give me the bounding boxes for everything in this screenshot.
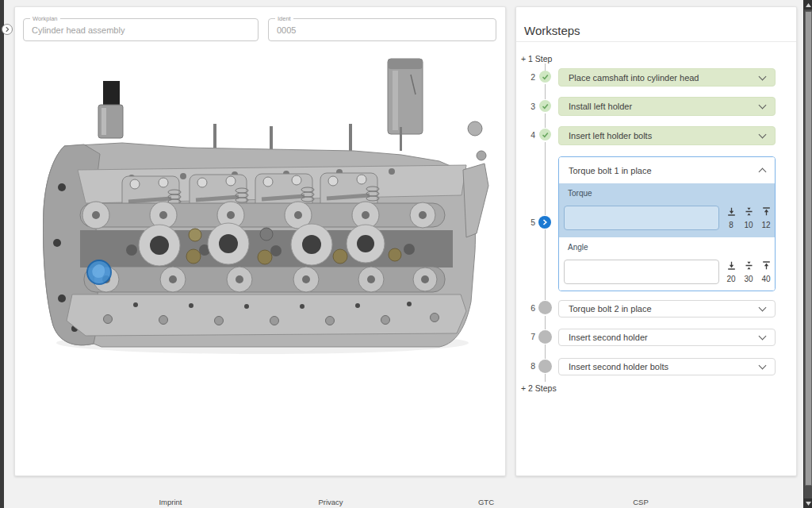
torque-min: 8 — [722, 206, 741, 230]
step-number: 4 — [519, 130, 535, 140]
cylinder-head-image[interactable] — [29, 51, 492, 362]
step-connector — [545, 344, 546, 359]
chevron-down-icon — [759, 362, 767, 370]
workplan-panel: Workplan Ident — [14, 6, 506, 476]
workstep-accordion-5[interactable]: Torque bolt 1 in place — [559, 157, 775, 183]
workstep-label: Insert second holder bolts — [569, 362, 668, 371]
vertical-align-center-icon — [745, 261, 753, 270]
chevron-down-icon — [759, 102, 767, 110]
workplan-field[interactable]: Workplan — [23, 18, 259, 41]
ident-input[interactable] — [269, 19, 496, 40]
worksteps-panel: Worksteps + 1 Step 2 Place camshaft into… — [515, 6, 797, 476]
step-number: 7 — [519, 332, 535, 341]
workstep-accordion-7[interactable]: Insert second holder — [558, 329, 776, 346]
workstep-accordion-4[interactable]: Insert left holder bolts — [558, 126, 776, 145]
scroll-down-button[interactable] — [804, 498, 812, 508]
step-number: 6 — [519, 303, 535, 313]
torque-nominal: 10 — [739, 206, 758, 230]
more-steps-after[interactable]: + 2 Steps — [521, 383, 557, 393]
step-pending-icon — [538, 301, 552, 314]
workplan-app: Workplan Ident — [0, 0, 812, 508]
chevron-right-icon — [4, 26, 10, 33]
ident-field[interactable]: Ident — [268, 18, 496, 41]
workstep-label: Insert left holder bolts — [569, 131, 652, 140]
angle-max: 40 — [756, 260, 776, 284]
workstep-label: Torque bolt 1 in place — [569, 166, 652, 175]
triangle-up-icon — [806, 3, 811, 7]
step-pending-icon — [538, 330, 552, 344]
step-active-icon — [538, 216, 551, 229]
step-connector — [545, 114, 546, 128]
torque-section: Torque 8 10 — [559, 183, 775, 237]
step-marker[interactable] — [87, 260, 111, 284]
footer-link-gtc[interactable]: GTC — [478, 498, 494, 506]
step-done-icon — [539, 100, 551, 112]
triangle-down-icon — [806, 502, 811, 506]
vertical-align-top-icon — [762, 207, 771, 216]
vertical-align-top-icon — [762, 261, 771, 270]
step-connector — [545, 142, 546, 215]
step-connector — [545, 64, 546, 71]
footer-link-privacy[interactable]: Privacy — [318, 498, 343, 506]
step-number: 8 — [519, 361, 535, 371]
workstep-accordion-2[interactable]: Place camshaft into cylinder head — [558, 68, 776, 87]
angle-nominal: 30 — [739, 260, 758, 284]
workstep-accordion-6[interactable]: Torque bolt 2 in place — [558, 300, 776, 318]
step-done-icon — [539, 71, 551, 83]
workstep-expanded-5: Torque bolt 1 in place Torque 8 — [558, 156, 776, 291]
workstep-label: Insert second holder — [569, 333, 648, 342]
step-number: 2 — [519, 72, 535, 82]
scroll-up-button[interactable] — [804, 0, 812, 10]
expand-sidebar-button[interactable] — [2, 24, 13, 35]
worksteps-title: Worksteps — [524, 24, 580, 37]
vertical-align-bottom-icon — [727, 207, 736, 216]
angle-min: 20 — [722, 260, 741, 284]
chevron-down-icon — [759, 72, 767, 80]
step-number: 3 — [519, 102, 535, 111]
chevron-down-icon — [759, 131, 767, 139]
chevron-down-icon — [759, 304, 767, 312]
step-done-icon — [539, 129, 551, 140]
divider — [516, 41, 796, 42]
angle-section: Angle 20 30 — [559, 237, 775, 291]
chevron-up-icon — [759, 168, 767, 176]
left-nav-rail — [0, 0, 4, 508]
vertical-align-bottom-icon — [727, 261, 736, 270]
step-connector — [545, 374, 546, 382]
workstep-accordion-3[interactable]: Install left holder — [558, 97, 776, 116]
workstep-label: Place camshaft into cylinder head — [569, 73, 699, 83]
workplan-input[interactable] — [24, 19, 258, 40]
scrollbar-thumb[interactable] — [805, 11, 812, 486]
footer-link-imprint[interactable]: Imprint — [159, 498, 182, 506]
workstep-label: Torque bolt 2 in place — [569, 304, 652, 314]
step-number: 5 — [519, 217, 535, 227]
step-connector — [545, 84, 546, 99]
chevron-down-icon — [759, 333, 767, 341]
step-pending-icon — [538, 360, 552, 373]
angle-input[interactable] — [564, 260, 719, 284]
step-connector — [545, 229, 546, 300]
cylinder-head-illustration — [29, 51, 492, 362]
torque-max: 12 — [756, 206, 776, 230]
angle-label: Angle — [568, 243, 588, 252]
step-connector — [545, 316, 546, 329]
workstep-label: Install left holder — [569, 102, 632, 111]
more-steps-before[interactable]: + 1 Step — [521, 54, 552, 64]
footer-link-csp[interactable]: CSP — [633, 498, 649, 506]
torque-input[interactable] — [564, 206, 719, 230]
workstep-accordion-8[interactable]: Insert second holder bolts — [558, 358, 776, 375]
vertical-scrollbar[interactable] — [803, 0, 812, 508]
torque-label: Torque — [568, 189, 592, 198]
vertical-align-center-icon — [745, 207, 753, 216]
